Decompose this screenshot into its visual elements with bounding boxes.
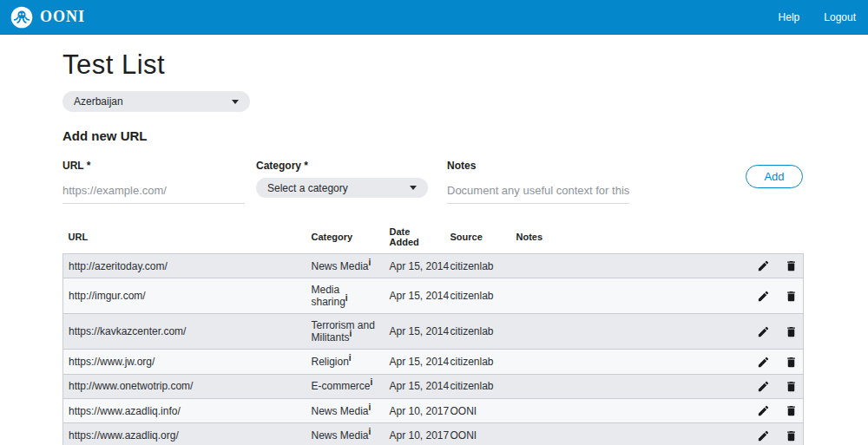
row-date-added: Apr 15, 2014 (385, 374, 445, 398)
info-icon[interactable]: i (369, 258, 372, 267)
edit-pencil-icon[interactable] (757, 356, 770, 369)
table-row: https://www.azadliq.info/ News Mediai Ap… (63, 398, 804, 422)
main-content: Test List Azerbaijan Add new URL URL * C… (62, 49, 803, 445)
delete-trash-icon[interactable] (785, 325, 798, 338)
row-category: Religioni (306, 350, 385, 374)
delete-trash-icon[interactable] (785, 356, 798, 369)
table-row: https://kavkazcenter.com/ Terrorism and … (63, 314, 804, 350)
row-category: E-commercei (306, 374, 385, 398)
row-date-added: Apr 15, 2014 (385, 350, 445, 374)
top-nav-links: Help Logout (779, 11, 856, 23)
row-url: http://www.onetwotrip.com/ (63, 374, 306, 398)
url-table-body: http://azeritoday.com/ News Mediai Apr 1… (63, 254, 804, 445)
edit-pencil-icon[interactable] (757, 259, 770, 272)
row-date-added: Apr 15, 2014 (385, 278, 445, 314)
delete-trash-icon[interactable] (785, 404, 798, 417)
col-header-actions (743, 222, 804, 254)
country-select[interactable]: Azerbaijan (62, 91, 250, 112)
row-actions (743, 374, 804, 398)
row-notes (511, 350, 743, 374)
category-select-value: Select a category (267, 182, 348, 194)
row-notes (511, 398, 743, 422)
help-link[interactable]: Help (779, 11, 800, 23)
country-select-value: Azerbaijan (74, 95, 123, 108)
category-field-group: Category * Select a category (256, 160, 428, 204)
row-source: OONI (445, 398, 511, 422)
edit-pencil-icon[interactable] (757, 429, 770, 442)
table-row: http://imgur.com/ Media sharingi Apr 15,… (63, 278, 804, 314)
info-icon[interactable]: i (350, 329, 352, 338)
row-url: https://kavkazcenter.com/ (63, 314, 306, 350)
url-field-group: URL * (62, 160, 245, 204)
notes-label: Notes (447, 160, 629, 172)
col-header-date: Date Added (385, 222, 445, 254)
table-row: http://www.onetwotrip.com/ E-commercei A… (63, 374, 804, 398)
edit-pencil-icon[interactable] (757, 404, 770, 417)
row-source: citizenlab (445, 314, 511, 350)
col-header-source: Source (445, 222, 511, 254)
row-source: OONI (445, 423, 511, 445)
delete-trash-icon[interactable] (785, 290, 798, 303)
url-label: URL * (62, 160, 245, 172)
category-select[interactable]: Select a category (256, 178, 428, 198)
url-table: URL Category Date Added Source Notes htt… (62, 222, 804, 445)
row-source: citizenlab (445, 350, 511, 374)
info-icon[interactable]: i (369, 402, 372, 412)
row-url: https://www.jw.org/ (63, 350, 306, 374)
row-url: http://azeritoday.com/ (63, 254, 306, 278)
info-icon[interactable]: i (371, 377, 373, 387)
delete-trash-icon[interactable] (785, 429, 798, 442)
row-url: https://www.azadliq.org/ (63, 423, 306, 445)
delete-trash-icon[interactable] (785, 380, 798, 393)
row-actions (743, 398, 804, 422)
row-url: https://www.azadliq.info/ (63, 398, 306, 422)
table-row: http://azeritoday.com/ News Mediai Apr 1… (63, 254, 804, 278)
brand-name: OONI (40, 8, 85, 26)
row-category: News Mediai (306, 398, 385, 422)
add-url-heading: Add new URL (62, 128, 803, 143)
row-source: citizenlab (445, 374, 511, 398)
row-notes (511, 314, 743, 350)
col-header-notes: Notes (511, 222, 743, 254)
top-navigation-bar: OONI Help Logout (0, 0, 868, 35)
row-category: News Mediai (306, 254, 385, 278)
row-category: News Mediai (306, 423, 385, 445)
row-category: Terrorism and Militantsi (306, 314, 385, 350)
table-row: https://www.azadliq.org/ News Mediai Apr… (63, 423, 804, 445)
url-table-header: URL Category Date Added Source Notes (63, 222, 804, 254)
category-label: Category * (256, 160, 428, 172)
row-actions (743, 350, 804, 374)
row-notes (511, 374, 743, 398)
info-icon[interactable]: i (349, 353, 352, 363)
notes-input[interactable] (447, 181, 629, 204)
row-actions (743, 423, 804, 445)
url-input[interactable] (62, 181, 245, 204)
add-button[interactable]: Add (746, 165, 803, 188)
add-url-form: URL * Category * Select a category Notes… (62, 160, 803, 204)
edit-pencil-icon[interactable] (757, 380, 770, 393)
col-header-category: Category (306, 222, 385, 254)
row-notes (511, 254, 743, 278)
row-actions (743, 278, 804, 314)
ooni-octopus-icon (10, 6, 33, 29)
row-actions (743, 314, 804, 350)
info-icon[interactable]: i (369, 427, 372, 436)
page-title: Test List (62, 49, 803, 81)
chevron-down-icon (232, 100, 239, 104)
chevron-down-icon (410, 186, 417, 190)
row-date-added: Apr 10, 2017 (385, 423, 445, 445)
logout-link[interactable]: Logout (824, 11, 856, 23)
row-notes (511, 278, 743, 314)
edit-pencil-icon[interactable] (757, 325, 770, 338)
delete-trash-icon[interactable] (785, 259, 798, 272)
row-category: Media sharingi (306, 278, 385, 314)
edit-pencil-icon[interactable] (757, 290, 770, 303)
ooni-logo-link[interactable]: OONI (10, 6, 85, 29)
row-date-added: Apr 15, 2014 (385, 314, 445, 350)
table-row: https://www.jw.org/ Religioni Apr 15, 20… (63, 350, 804, 374)
row-notes (511, 423, 743, 445)
info-icon[interactable]: i (345, 293, 348, 303)
row-source: citizenlab (445, 254, 511, 278)
col-header-url: URL (63, 222, 306, 254)
row-source: citizenlab (445, 278, 511, 314)
